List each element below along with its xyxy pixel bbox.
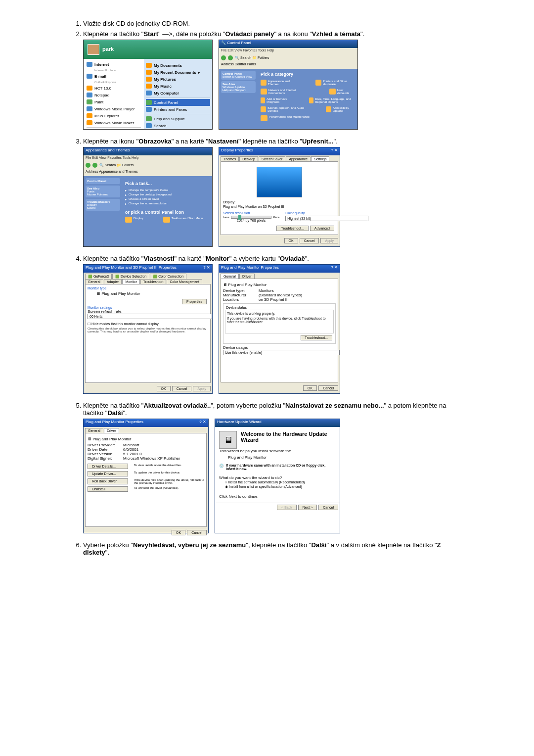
step-1: Vložte disk CD do jednotky CD-ROM. (83, 20, 465, 27)
ok-button[interactable]: OK (284, 238, 298, 243)
step-2: Klepněte na tlačítko "Start" —>, dále na… (83, 30, 465, 130)
window-title: Hardware Update Wizard (215, 419, 340, 427)
cd-icon: 💿 (219, 464, 224, 471)
resolution-slider[interactable] (231, 216, 271, 219)
start-right-items[interactable]: My Documents My Recent Documents ▸ My Pi… (144, 59, 212, 130)
screenshot-advanced-monitor: Plug and Play Monitor and 3D Prophet III… (83, 264, 213, 394)
step-6: Vyberte položku "Nevyhledávat, vyberu je… (83, 541, 465, 556)
screenshot-appearance-themes: Appearance and Themes File Edit View Fav… (83, 147, 213, 247)
wizard-icon: 🖥 (219, 431, 237, 449)
troubleshoot-button[interactable]: Troubleshoot... (276, 226, 308, 231)
screenshot-display-properties: Display Properties? ✕ ThemesDesktopScree… (219, 147, 340, 247)
screenshot-hardware-wizard: Hardware Update Wizard 🖥 Welcome to the … (215, 419, 340, 533)
device-usage-select[interactable]: Use this device (enable) (223, 350, 340, 355)
properties-button[interactable]: Properties (182, 299, 207, 304)
window-title: Appearance and Themes (84, 147, 212, 155)
screenshot-driver-tab: Plug and Play Monitor Properties? ✕ Gene… (83, 419, 209, 533)
menubar[interactable]: File Edit View Favorites Tools Help (219, 48, 357, 54)
back-button: < Back (277, 505, 297, 510)
uninstall-button[interactable]: Uninstall (88, 486, 128, 492)
radio-list[interactable]: ◉ Install from a list or specific locati… (219, 484, 336, 489)
toolbar[interactable]: 🔍 Search 📁 Folders (219, 54, 357, 62)
cancel-button[interactable]: Cancel (300, 238, 319, 243)
refresh-rate-select[interactable]: 60 Hertz (88, 314, 212, 319)
window-title: Display Properties? ✕ (219, 147, 340, 155)
rollback-driver-button[interactable]: Roll Back Driver (88, 478, 128, 484)
step-5: Klepněte na tlačítko "Aktualizovat ovlad… (83, 402, 465, 533)
monitor-preview (257, 167, 302, 197)
start-left-items[interactable]: Internet Internet Explorer E-mail Outloo… (84, 59, 144, 130)
screenshot-control-panel: 🔧 Control Panel File Edit View Favorites… (219, 40, 358, 130)
screenshot-monitor-general: Plug and Play Monitor Properties? ✕ Gene… (219, 264, 340, 394)
color-quality-select[interactable]: Highest (32 bit) (285, 216, 368, 221)
addressbar[interactable]: Address Control Panel (219, 62, 357, 69)
advanced-button[interactable]: Advanced (310, 226, 334, 231)
window-title: 🔧 Control Panel (219, 40, 357, 48)
driver-details-button[interactable]: Driver Details... (88, 464, 128, 469)
next-button[interactable]: Next > (298, 505, 317, 510)
step-3: Klepněte na ikonu "Obrazovka" a na kartě… (83, 138, 465, 247)
radio-auto[interactable]: ○ Install the software automatically (Re… (219, 480, 336, 484)
step-4: Klepněte na tlačítko "Vlastnosti" na kar… (83, 255, 465, 394)
window-title: Plug and Play Monitor Properties? ✕ (219, 265, 340, 273)
tabs[interactable]: ThemesDesktopScreen SaverAppearanceSetti… (219, 155, 340, 161)
start-user: park (84, 40, 212, 59)
window-title: Plug and Play Monitor and 3D Prophet III… (84, 265, 212, 273)
troubleshoot-button[interactable]: Troubleshoot... (301, 335, 332, 340)
screenshot-start-menu: park Internet Internet Explorer E-mail O… (83, 40, 213, 130)
cancel-button[interactable]: Cancel (318, 505, 338, 510)
cp-main: Pick a category Appearance and ThemesPri… (258, 69, 357, 129)
apply-button: Apply (320, 238, 338, 243)
sidebar: Control PanelSwitch to Classic View See … (219, 69, 258, 129)
instruction-list: Vložte disk CD do jednotky CD-ROM. Klepn… (69, 20, 465, 556)
update-driver-button[interactable]: Update Driver... (88, 471, 128, 476)
window-title: Plug and Play Monitor Properties? ✕ (84, 419, 208, 427)
